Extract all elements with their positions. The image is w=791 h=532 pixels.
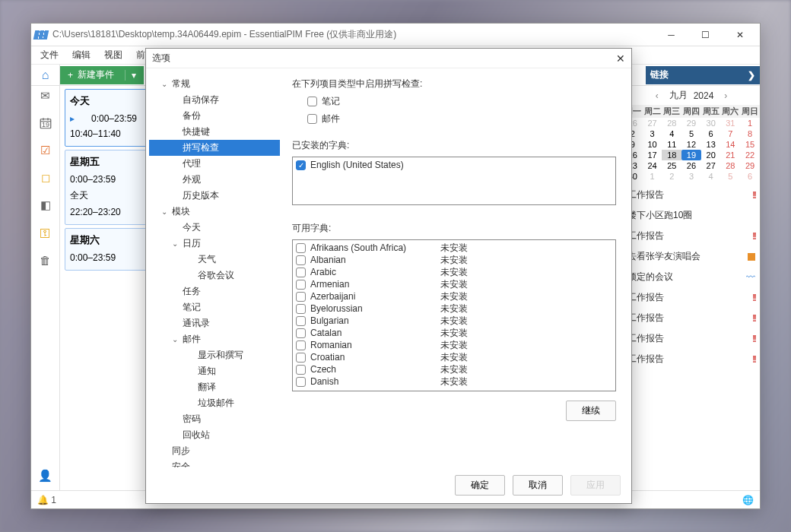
menu-edit[interactable]: 编辑 <box>66 47 97 63</box>
dict-checkbox[interactable] <box>296 292 306 302</box>
calendar-day[interactable]: 5 <box>721 171 741 182</box>
available-dict-item[interactable]: Afrikaans (South Africa)未安装 <box>296 242 612 254</box>
contacts-icon[interactable]: ◧ <box>37 197 54 214</box>
mail-icon[interactable]: ✉ <box>37 87 54 104</box>
tree-node[interactable]: 回收站 <box>149 427 280 443</box>
tree-node[interactable]: 快捷键 <box>149 124 280 140</box>
available-dict-item[interactable]: Arabic未安装 <box>296 266 612 278</box>
available-dict-item[interactable]: Azerbaijani未安装 <box>296 290 612 302</box>
installed-dict-list[interactable]: ✓English (United States) <box>292 157 616 205</box>
dict-checkbox[interactable] <box>296 268 306 277</box>
minimize-button[interactable]: ─ <box>654 24 688 46</box>
notification-button[interactable]: 🔔 1 <box>37 495 56 505</box>
dropdown-icon[interactable]: ▾ <box>125 70 136 81</box>
cancel-button[interactable]: 取消 <box>513 475 563 496</box>
calendar-day[interactable]: 13 <box>701 139 721 150</box>
maximize-button[interactable]: ☐ <box>688 24 723 46</box>
apply-button[interactable]: 应用 <box>570 475 621 496</box>
event-item[interactable]: 去看张学友演唱会 <box>624 246 758 267</box>
calendar-day[interactable]: 18 <box>662 150 681 160</box>
mini-calendar[interactable]: 周一周二周三周四周五周六周日26272829303112345678910111… <box>623 105 760 182</box>
ok-button[interactable]: 确定 <box>455 475 505 496</box>
tree-node[interactable]: 外观 <box>149 172 280 188</box>
tree-node[interactable]: 安全 <box>149 459 280 467</box>
dict-checkbox[interactable] <box>296 280 306 290</box>
calendar-day[interactable]: 12 <box>681 139 701 150</box>
tree-node[interactable]: ⌄模块 <box>149 204 280 220</box>
todo-icon[interactable]: ☑ <box>37 142 54 159</box>
tree-node[interactable]: 天气 <box>149 252 280 268</box>
available-dict-item[interactable]: Czech未安装 <box>296 363 612 375</box>
calendar-day[interactable]: 14 <box>721 139 741 150</box>
tree-node[interactable]: 翻译 <box>149 379 280 395</box>
calendar-day[interactable]: 10 <box>643 139 662 150</box>
calendar-day[interactable]: 3 <box>681 171 701 182</box>
calendar-day[interactable]: 22 <box>740 150 760 160</box>
available-dict-item[interactable]: Byelorussian未安装 <box>296 302 612 315</box>
available-dict-item[interactable]: Danish未安装 <box>296 375 612 388</box>
calendar-day[interactable]: 24 <box>643 160 662 171</box>
tree-node[interactable]: 通知 <box>149 363 280 379</box>
event-item[interactable]: 楼下小区跑10圈 <box>624 205 758 226</box>
event-item[interactable]: 工作报告!! <box>624 287 758 308</box>
calendar-day[interactable]: 15 <box>740 139 760 150</box>
available-dict-item[interactable]: Croatian未安装 <box>296 351 612 363</box>
globe-icon[interactable]: 🌐 <box>742 495 754 505</box>
calendar-day[interactable]: 1 <box>643 171 662 182</box>
calendar-day[interactable]: 20 <box>701 150 721 160</box>
event-item[interactable]: 工作报告!! <box>624 226 758 246</box>
calendar-day[interactable]: 28 <box>721 160 741 171</box>
dict-checkbox[interactable] <box>296 304 306 314</box>
calendar-day[interactable]: 28 <box>662 118 681 128</box>
calendar-day[interactable]: 4 <box>662 128 681 139</box>
new-event-button[interactable]: + 新建事件 ▾ <box>60 66 144 84</box>
available-dict-item[interactable]: Armenian未安装 <box>296 278 612 290</box>
tree-node[interactable]: 笔记 <box>149 299 280 315</box>
user-icon[interactable]: 👤 <box>37 467 54 484</box>
next-month-button[interactable]: › <box>720 90 732 101</box>
calendar-day[interactable]: 3 <box>643 128 662 139</box>
available-dict-item[interactable]: Bulgarian未安装 <box>296 315 612 327</box>
calendar-day[interactable]: 6 <box>740 171 760 182</box>
close-button[interactable]: ✕ <box>723 24 757 46</box>
dict-checkbox[interactable] <box>296 365 306 375</box>
event-item[interactable]: 工作报告!! <box>624 185 758 205</box>
tree-node[interactable]: 同步 <box>149 443 280 459</box>
calendar-day[interactable]: 21 <box>721 150 741 160</box>
tree-node[interactable]: 显示和撰写 <box>149 347 280 363</box>
link-bar[interactable]: 链接 ❯ <box>646 66 760 84</box>
tree-node[interactable]: 拼写检查 <box>149 140 280 156</box>
tree-node[interactable]: 历史版本 <box>149 188 280 204</box>
tree-node[interactable]: 垃圾邮件 <box>149 395 280 411</box>
available-dict-list[interactable]: Afrikaans (South Africa)未安装Albanian未安装Ar… <box>292 239 616 391</box>
calendar-day[interactable]: 27 <box>643 118 662 128</box>
calendar-day[interactable]: 5 <box>681 128 701 139</box>
tree-node[interactable]: 自动保存 <box>149 92 280 108</box>
dict-checkbox[interactable] <box>296 316 306 326</box>
menu-file[interactable]: 文件 <box>34 47 65 63</box>
password-icon[interactable]: ⚿ <box>37 224 54 241</box>
dialog-close-button[interactable]: ✕ <box>616 52 625 65</box>
calendar-day[interactable]: 4 <box>701 171 721 182</box>
tree-node[interactable]: 今天 <box>149 220 280 236</box>
calendar-day[interactable]: 29 <box>681 118 701 128</box>
calendar-day[interactable]: 29 <box>740 160 760 171</box>
calendar-day[interactable]: 30 <box>701 118 721 128</box>
tree-node[interactable]: 通讯录 <box>149 315 280 331</box>
enable-mail-checkbox[interactable]: 邮件 <box>292 112 616 125</box>
dict-checkbox[interactable]: ✓ <box>296 160 306 170</box>
continue-button[interactable]: 继续 <box>566 401 616 421</box>
tree-node[interactable]: 谷歌会议 <box>149 268 280 283</box>
dict-checkbox[interactable] <box>296 340 306 350</box>
calendar-icon[interactable]: 19 <box>37 115 54 131</box>
calendar-day[interactable]: 26 <box>681 160 701 171</box>
calendar-day[interactable]: 17 <box>643 150 662 160</box>
calendar-day[interactable]: 2 <box>662 171 681 182</box>
event-item[interactable]: 工作报告!! <box>624 349 758 369</box>
trash-icon[interactable]: 🗑 <box>37 252 54 268</box>
notes-icon[interactable]: ◻ <box>37 169 54 186</box>
tree-node[interactable]: 任务 <box>149 283 280 299</box>
enable-notes-checkbox[interactable]: 笔记 <box>292 95 616 108</box>
menu-view[interactable]: 视图 <box>98 47 129 63</box>
available-dict-item[interactable]: Romanian未安装 <box>296 339 612 351</box>
